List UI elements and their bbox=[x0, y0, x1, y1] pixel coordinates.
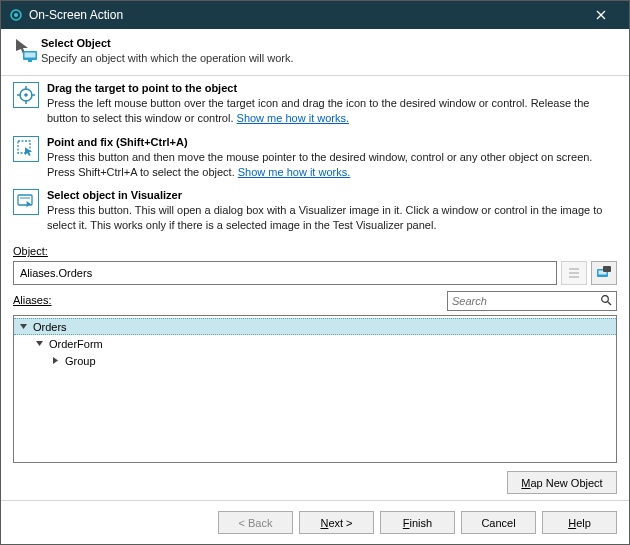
target-icon[interactable] bbox=[13, 82, 39, 108]
aliases-label: Aliases: bbox=[13, 294, 52, 306]
method-desc: Press this button and then move the mous… bbox=[47, 150, 617, 180]
search-box[interactable] bbox=[447, 291, 617, 311]
wizard-header: Select Object Specify an object with whi… bbox=[1, 29, 629, 76]
window-title: On-Screen Action bbox=[29, 8, 581, 22]
method-title: Drag the target to point to the object bbox=[47, 82, 617, 94]
object-label: Object: bbox=[13, 245, 48, 257]
header-subtitle: Specify an object with which the operati… bbox=[41, 52, 294, 64]
expand-icon[interactable] bbox=[50, 355, 61, 366]
method-title: Point and fix (Shift+Ctrl+A) bbox=[47, 136, 617, 148]
methods-list: Drag the target to point to the object P… bbox=[1, 76, 629, 243]
visualizer-icon[interactable] bbox=[13, 189, 39, 215]
collapse-icon[interactable] bbox=[34, 338, 45, 349]
cursor-monitor-icon bbox=[13, 37, 41, 65]
method-title: Select object in Visualizer bbox=[47, 189, 617, 201]
search-icon bbox=[600, 294, 612, 308]
object-input[interactable] bbox=[13, 261, 557, 285]
svg-rect-9 bbox=[20, 197, 30, 199]
help-button[interactable]: Help bbox=[542, 511, 617, 534]
method-desc: Press the left mouse button over the tar… bbox=[47, 96, 617, 126]
svg-rect-3 bbox=[25, 53, 36, 58]
show-me-link[interactable]: Show me how it works. bbox=[237, 112, 349, 124]
show-me-link[interactable]: Show me how it works. bbox=[238, 166, 350, 178]
aliases-tree[interactable]: Orders OrderForm Group bbox=[13, 315, 617, 463]
finish-button[interactable]: Finish bbox=[380, 511, 455, 534]
close-button[interactable] bbox=[581, 1, 621, 29]
next-button[interactable]: Next > bbox=[299, 511, 374, 534]
wizard-footer: < Back Next > Finish Cancel Help bbox=[1, 500, 629, 544]
header-title: Select Object bbox=[41, 37, 294, 49]
cancel-button[interactable]: Cancel bbox=[461, 511, 536, 534]
app-icon bbox=[9, 8, 23, 22]
method-point-fix: Point and fix (Shift+Ctrl+A) Press this … bbox=[13, 136, 617, 180]
method-visualizer: Select object in Visualizer Press this b… bbox=[13, 189, 617, 233]
method-desc: Press this button. This will open a dial… bbox=[47, 203, 617, 233]
tree-node-orders[interactable]: Orders bbox=[14, 318, 616, 335]
point-fix-icon[interactable] bbox=[13, 136, 39, 162]
back-button: < Back bbox=[218, 511, 293, 534]
collapse-icon[interactable] bbox=[18, 321, 29, 332]
svg-rect-12 bbox=[603, 266, 611, 272]
tree-node-group[interactable]: Group bbox=[14, 352, 616, 369]
titlebar: On-Screen Action bbox=[1, 1, 629, 29]
svg-point-6 bbox=[24, 93, 28, 97]
list-button bbox=[561, 261, 587, 285]
svg-point-13 bbox=[602, 296, 609, 303]
tree-node-orderform[interactable]: OrderForm bbox=[14, 335, 616, 352]
dialog-window: On-Screen Action Select Object Specify a… bbox=[0, 0, 630, 545]
method-drag-target: Drag the target to point to the object P… bbox=[13, 82, 617, 126]
search-input[interactable] bbox=[452, 295, 600, 307]
highlight-button[interactable] bbox=[591, 261, 617, 285]
svg-rect-4 bbox=[28, 60, 32, 62]
map-new-object-button[interactable]: Map New Object bbox=[507, 471, 617, 494]
svg-point-1 bbox=[14, 13, 18, 17]
